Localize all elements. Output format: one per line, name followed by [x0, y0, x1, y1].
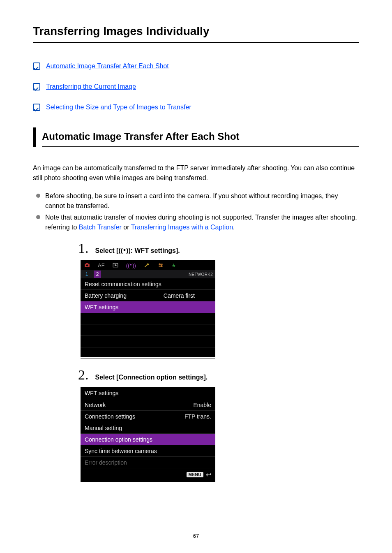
note2-post: .: [233, 224, 235, 231]
toc-item-auto-transfer: Automatic Image Transfer After Each Shot: [33, 62, 359, 70]
step-2-number: 2.: [78, 367, 89, 383]
steps-list: 1. Select [((ꞏ)): WFT settings]. AF ((ꞏ)…: [78, 241, 359, 482]
cam2-row-manual: Manual setting: [81, 422, 215, 434]
svg-rect-7: [159, 263, 160, 265]
cam2-row-error: Error description: [81, 457, 215, 468]
toc-item-current-image: Transferring the Current Image: [33, 83, 359, 90]
cam1-row-wft: WFT settings: [81, 301, 215, 313]
tab-star-icon: ★: [171, 262, 176, 268]
step-2-text: Select [Connection option settings].: [95, 374, 208, 381]
cam1-row-battery-value: Camera first: [164, 290, 211, 301]
cam2-title: WFT settings: [81, 387, 215, 399]
step-2-head: 2. Select [Connection option settings].: [78, 367, 359, 383]
section-heading-block: Automatic Image Transfer After Each Shot: [33, 127, 359, 147]
bullet-icon: [36, 215, 40, 219]
cam2-row-network: Network Enable: [81, 399, 215, 411]
note-item-1: Before shooting, be sure to insert a car…: [36, 191, 359, 211]
page-number: 67: [0, 533, 392, 539]
bullet-icon: [36, 194, 40, 198]
note-text-2: Note that automatic transfer of movies d…: [45, 213, 359, 232]
svg-marker-4: [115, 264, 116, 266]
tab-custom-icon: [157, 262, 164, 268]
tab-wrench-icon: [143, 262, 150, 268]
svg-rect-6: [159, 266, 162, 266]
svg-rect-8: [161, 265, 162, 267]
check-box-icon: [33, 104, 40, 111]
note-item-2: Note that automatic transfer of movies d…: [36, 213, 359, 232]
tab-play-icon: [112, 262, 119, 268]
tab-antenna-icon: ((ꞏ)): [126, 262, 136, 268]
link-batch-transfer[interactable]: Batch Transfer: [79, 224, 122, 231]
check-box-icon: [33, 83, 40, 90]
svg-rect-5: [159, 264, 162, 265]
step-1: 1. Select [((ꞏ)): WFT settings]. AF ((ꞏ)…: [78, 241, 359, 357]
cam1-row-battery-label: Battery charging: [85, 290, 127, 301]
cam1-sub-tabs: 1 2 NETWORK2: [81, 270, 215, 278]
subtab-2: 2: [94, 271, 101, 278]
cam1-empty-rows: [81, 313, 215, 359]
intro-paragraph: An image can be automatically transferre…: [33, 163, 359, 183]
camera-menu-screenshot-2: WFT settings Network Enable Connection s…: [81, 387, 215, 482]
cam2-network-value: Enable: [193, 399, 211, 410]
antenna-icon: ((ꞏ)): [118, 247, 130, 254]
cam1-row-reset: Reset communication settings: [81, 278, 215, 290]
cam1-row-battery: Battery charging Camera first: [81, 290, 215, 301]
link-caption-transfer[interactable]: Transferring Images with a Caption: [131, 224, 233, 231]
step-2: 2. Select [Connection option settings]. …: [78, 367, 359, 482]
cam2-conn-value: FTP trans.: [184, 411, 211, 422]
cam2-footer: MENU ↩: [81, 468, 215, 481]
page-title: Transferring Images Individually: [33, 25, 359, 43]
note-text-1: Before shooting, be sure to insert a car…: [45, 191, 359, 211]
cam2-network-label: Network: [85, 399, 106, 410]
toc-item-size-type: Selecting the Size and Type of Images to…: [33, 104, 359, 111]
tab-camera-icon: [84, 262, 90, 268]
step-1-head: 1. Select [((ꞏ)): WFT settings].: [78, 241, 359, 256]
svg-point-2: [86, 264, 88, 266]
camera-menu-screenshot-1: AF ((ꞏ)) ★ 1 2 NETWORK2 Reset communicat…: [81, 260, 215, 357]
step-1-text: Select [((ꞏ)): WFT settings].: [95, 247, 180, 255]
toc-link-auto-transfer[interactable]: Automatic Image Transfer After Each Shot: [46, 62, 169, 70]
cam2-row-conn-option: Connection option settings: [81, 434, 215, 445]
cam2-row-conn-settings: Connection settings FTP trans.: [81, 411, 215, 422]
section-bar: [33, 127, 36, 147]
toc-list: Automatic Image Transfer After Each Shot…: [33, 62, 359, 111]
step-1-number: 1.: [78, 241, 89, 256]
svg-rect-1: [86, 263, 88, 264]
step1-post: : WFT settings].: [131, 247, 180, 254]
note2-mid: or: [122, 224, 131, 231]
subtab-1: 1: [83, 271, 90, 278]
cam2-conn-label: Connection settings: [85, 411, 135, 422]
tab-af-label: AF: [98, 262, 105, 268]
step1-pre: Select [: [95, 247, 119, 254]
menu-badge: MENU: [187, 472, 203, 477]
cam1-top-tabs: AF ((ꞏ)) ★: [81, 260, 215, 270]
section-heading: Automatic Image Transfer After Each Shot: [42, 127, 359, 147]
notes-list: Before shooting, be sure to insert a car…: [36, 191, 359, 232]
toc-link-current-image[interactable]: Transferring the Current Image: [46, 83, 136, 90]
subtab-label: NETWORK2: [189, 272, 213, 277]
return-icon: ↩: [206, 471, 211, 479]
toc-link-size-type[interactable]: Selecting the Size and Type of Images to…: [46, 104, 191, 111]
check-box-icon: [33, 62, 40, 70]
cam2-row-sync: Sync time between cameras: [81, 445, 215, 457]
